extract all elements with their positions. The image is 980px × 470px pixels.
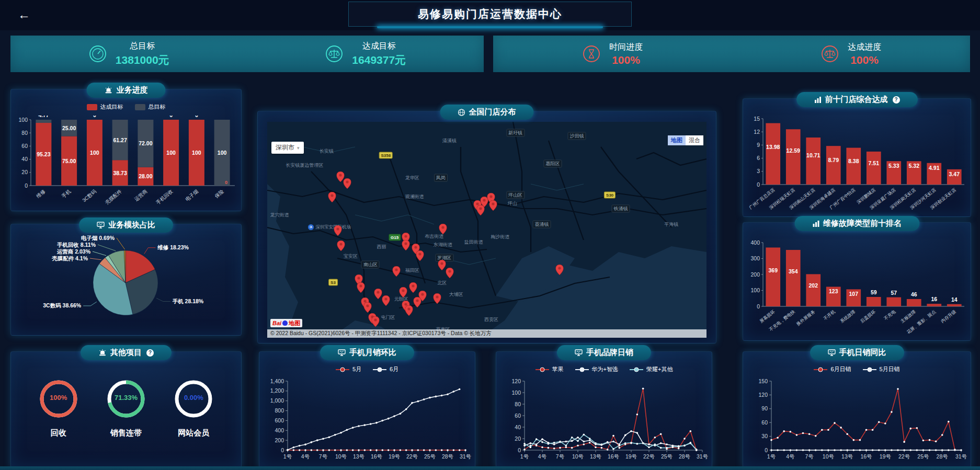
legend-item[interactable]: 华为+智选 [575, 365, 618, 373]
legend-item[interactable]: 苹果 [535, 365, 564, 373]
help-badge[interactable]: ? [893, 96, 900, 104]
map-pin[interactable] [446, 268, 453, 278]
map-place-label: 凤岗 [434, 174, 448, 181]
svg-text:15: 15 [754, 116, 760, 122]
map-place-label: 宝安区 [344, 253, 358, 259]
svg-text:400: 400 [275, 427, 284, 433]
svg-text:9: 9 [757, 142, 760, 148]
svg-text:107: 107 [849, 291, 858, 297]
map-pin[interactable] [374, 289, 382, 299]
svg-text:25.00: 25.00 [62, 125, 76, 131]
svg-text:61.27: 61.27 [113, 137, 127, 143]
svg-text:6: 6 [757, 155, 760, 161]
brand-sales-chart: 0204060801001201号4号7号10号13号16号19号22号25号2… [497, 376, 711, 466]
svg-text:0: 0 [757, 181, 760, 188]
map-pin[interactable] [382, 295, 390, 306]
svg-text:5.33: 5.33 [888, 163, 899, 169]
ring-label: 网站会员 [167, 428, 220, 438]
svg-text:13.98: 13.98 [766, 144, 780, 150]
legend-item[interactable]: 荣耀+其他 [630, 365, 673, 373]
svg-text:10号: 10号 [823, 453, 835, 460]
map-pin[interactable] [414, 297, 421, 307]
svg-text:25号: 25号 [661, 453, 673, 460]
map-pin[interactable] [337, 240, 345, 251]
svg-text:800: 800 [275, 407, 284, 414]
map-pin[interactable] [438, 260, 446, 270]
panel-title-store-map: 全国门店分布 [440, 105, 534, 120]
legend-item[interactable]: 6月日销 [814, 365, 851, 373]
bar [786, 129, 801, 185]
svg-text:22号: 22号 [898, 453, 910, 460]
map-type-map-button[interactable]: 地图 [668, 135, 686, 145]
baidu-map[interactable]: 长安镇长安镇厦边管理区清溪镇新圩镇沙田镇惠阳区凤岗龙华区观澜街道坪山区坪山葵涌镇… [267, 122, 706, 338]
map-pin[interactable] [363, 302, 371, 313]
map-pin[interactable] [416, 250, 424, 261]
baidu-paw-icon [282, 320, 288, 326]
airport-label: ✈深圳宝安国际机场 [308, 224, 351, 231]
map-pin[interactable] [439, 224, 447, 234]
svg-text:38.73: 38.73 [113, 170, 127, 176]
kpi-label: 达成进度 [848, 42, 881, 53]
ring-percent: 71.33% [100, 394, 152, 402]
svg-text:25号: 25号 [424, 453, 436, 460]
panel-business-progress: 业务进度 达成目标总目标 02040608010095.234.77维修75.0… [10, 89, 242, 211]
bar [927, 304, 941, 306]
map-place-label: 龙华区 [405, 174, 419, 181]
svg-text:120: 120 [758, 392, 768, 398]
map-pin[interactable] [399, 287, 407, 297]
svg-text:1,200: 1,200 [270, 387, 284, 394]
legend-item[interactable]: 总目标 [135, 103, 166, 111]
panel-title-top10-stores: 前十门店综合达成 ? [796, 92, 918, 107]
kpi-label: 时间进度 [609, 42, 643, 53]
svg-text:40: 40 [515, 424, 521, 430]
airport-icon: ✈ [308, 224, 314, 230]
map-pin[interactable] [334, 225, 342, 236]
legend-item[interactable]: 达成目标 [87, 103, 123, 111]
map-pin[interactable] [357, 282, 364, 293]
month-sales-chart: 02004006008001,0001,2001,4001号4号7号10号13号… [260, 376, 474, 466]
svg-text:28号: 28号 [442, 453, 454, 460]
bar [846, 148, 861, 185]
map-pin[interactable] [489, 200, 497, 211]
yoy-sales-chart: 03060901201501号4号7号10号13号16号19号22号25号28号… [744, 376, 970, 466]
map-type-hybrid-button[interactable]: 混合 [686, 135, 703, 145]
map-copyright: © 2022 Baidu - GS(2021)6026号 - 甲测资字11113… [267, 329, 706, 338]
kpi-value: 1381000元 [116, 53, 169, 67]
svg-text:4号: 4号 [786, 453, 795, 460]
map-pin[interactable] [372, 316, 380, 327]
back-arrow-icon[interactable]: ← [18, 7, 30, 22]
svg-text:0: 0 [225, 180, 227, 185]
progress-ring: 0.00%网站会员 [167, 377, 220, 438]
svg-text:维修 18.23%: 维修 18.23% [157, 244, 189, 250]
svg-text:壳膜配件 4.1%: 壳膜配件 4.1% [52, 255, 88, 261]
map-pin[interactable] [392, 266, 400, 277]
svg-text:30: 30 [761, 433, 768, 439]
legend-item[interactable]: 5月 [336, 365, 361, 373]
legend-item[interactable]: 5月日销 [863, 365, 900, 373]
svg-text:600: 600 [275, 417, 284, 423]
map-pin[interactable] [343, 178, 351, 189]
map-pin[interactable] [434, 293, 441, 304]
svg-text:手机 28.18%: 手机 28.18% [173, 298, 204, 304]
map-pin[interactable] [402, 240, 409, 250]
map-pin[interactable] [555, 265, 563, 275]
map-pin[interactable] [328, 192, 336, 202]
top10-stores-chart: 0369121513.98广州广百总店店12.59深圳松瑞天虹店10.71深圳南… [744, 112, 970, 215]
help-badge[interactable]: ? [146, 349, 154, 357]
map-pin[interactable] [409, 282, 417, 293]
map-pin[interactable] [405, 305, 413, 316]
svg-text:10号: 10号 [335, 453, 347, 460]
legend: 苹果华为+智选荣耀+其他 [496, 365, 712, 373]
business-progress-chart: 02040608010095.234.77维修75.0025.00手机10003… [12, 116, 240, 209]
kpi-label: 达成目标 [352, 41, 406, 52]
map-place-label: 屯门区 [381, 314, 395, 321]
progress-ring: 71.33%销售连带 [100, 377, 152, 438]
gauge-icon [88, 44, 107, 63]
dashboard: ← 易修易购门店运营数据中心 总目标 1381000元 达成目标 [0, 0, 980, 470]
map-pin[interactable] [477, 205, 485, 215]
svg-text:0: 0 [281, 447, 284, 453]
module-share-pie: 维修 18.23%手机 28.18%3C数码 38.66%壳膜配件 4.1%运营… [12, 227, 240, 334]
city-dropdown[interactable]: 深圳市 ▾ [271, 142, 304, 154]
legend: 5月6月 [259, 365, 475, 373]
legend-item[interactable]: 6月 [373, 365, 398, 373]
